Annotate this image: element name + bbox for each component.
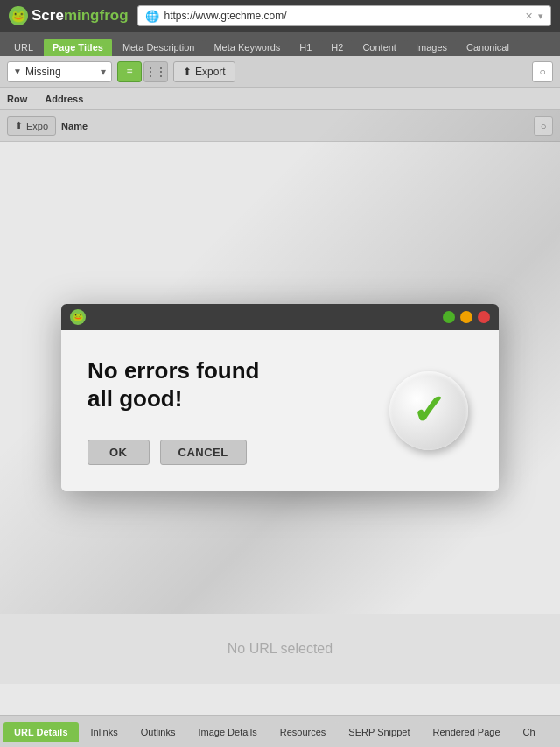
dialog-maximize-button[interactable] <box>460 311 472 323</box>
tab-images[interactable]: Images <box>407 39 456 56</box>
checkmark-circle: ✓ <box>389 371 468 450</box>
ok-button[interactable]: OK <box>88 440 150 465</box>
view-list-button[interactable]: ≡ <box>117 61 142 82</box>
bottom-tabs-bar: URL Details Inlinks Outlinks Image Detai… <box>0 715 560 747</box>
logo-text: Scremingfrog <box>32 7 129 25</box>
nav-tabs-bar: URL Page Titles Meta Description Meta Ke… <box>0 32 560 56</box>
col-row: Row <box>7 94 45 104</box>
dropdown-icon: ▾ <box>101 66 106 78</box>
dialog-buttons: OK CANCEL <box>88 440 368 465</box>
tab-url[interactable]: URL <box>5 39 42 56</box>
dialog-message: No errors found all good! <box>88 356 368 413</box>
dialog-overlay: 🐸 No errors found all good! OK CANCEL <box>0 110 560 684</box>
bottom-tab-image-details[interactable]: Image Details <box>187 722 267 742</box>
search-icon: ○ <box>539 66 545 78</box>
table-header: Row Address <box>0 88 560 110</box>
tab-meta-description[interactable]: Meta Description <box>114 39 204 56</box>
dialog-window-controls <box>443 311 490 323</box>
tab-h2[interactable]: H2 <box>322 39 352 56</box>
chevron-icon[interactable]: ▾ <box>538 11 543 22</box>
filter-bar: ▼ Missing ▾ ≡ ⋮⋮ ⬆ Export ○ <box>0 56 560 88</box>
filter-label: Missing <box>25 66 61 78</box>
address-bar[interactable]: 🌐 https://www.gtechme.com/ ✕ ▾ <box>137 5 551 26</box>
export-button[interactable]: ⬆ Export <box>173 61 235 82</box>
dialog-titlebar: 🐸 <box>61 304 499 330</box>
bottom-tab-rendered-page[interactable]: Rendered Page <box>422 722 510 742</box>
search-button[interactable]: ○ <box>532 61 553 82</box>
globe-icon: 🌐 <box>145 10 159 23</box>
dialog-body: No errors found all good! OK CANCEL ✓ <box>61 330 499 491</box>
tab-content[interactable]: Content <box>354 39 405 56</box>
bottom-tab-ch[interactable]: Ch <box>513 722 546 742</box>
frog-icon: 🐸 <box>9 6 28 25</box>
bottom-tab-serp-snippet[interactable]: SERP Snippet <box>338 722 420 742</box>
tab-canonical[interactable]: Canonical <box>458 39 518 56</box>
tab-page-titles[interactable]: Page Titles <box>44 39 112 56</box>
tab-h1[interactable]: H1 <box>290 39 320 56</box>
dialog-content-right: ✓ <box>385 367 472 455</box>
url-text: https://www.gtechme.com/ <box>164 10 287 22</box>
cancel-button[interactable]: CANCEL <box>160 440 247 465</box>
dialog-logo-icon: 🐸 <box>70 309 86 325</box>
bottom-tab-inlinks[interactable]: Inlinks <box>80 722 129 742</box>
bottom-tab-url-details[interactable]: URL Details <box>4 722 79 742</box>
title-bar: 🐸 Scremingfrog 🌐 https://www.gtechme.com… <box>0 0 560 32</box>
view-tree-button[interactable]: ⋮⋮ <box>144 61 168 82</box>
dialog-box: 🐸 No errors found all good! OK CANCEL <box>61 304 499 491</box>
export-label: Export <box>195 66 226 78</box>
checkmark-icon: ✓ <box>411 390 446 432</box>
view-buttons: ≡ ⋮⋮ <box>117 61 168 82</box>
app-logo: 🐸 Scremingfrog <box>9 6 129 25</box>
tree-icon: ⋮⋮ <box>145 66 166 78</box>
dialog-minimize-button[interactable] <box>443 311 455 323</box>
filter-icon: ▼ <box>13 67 22 76</box>
col-address: Address <box>45 94 101 104</box>
dialog-content-left: No errors found all good! OK CANCEL <box>88 356 368 465</box>
list-icon: ≡ <box>126 66 132 78</box>
main-area: ⬆ Expo Name ○ 🐸 No e <box>0 110 560 684</box>
close-tab-button[interactable]: ✕ <box>525 11 533 22</box>
export-icon: ⬆ <box>183 66 192 78</box>
tab-meta-keywords[interactable]: Meta Keywords <box>205 39 289 56</box>
dialog-close-button[interactable] <box>478 311 490 323</box>
bottom-tab-resources[interactable]: Resources <box>270 722 337 742</box>
filter-dropdown[interactable]: ▼ Missing ▾ <box>7 61 112 82</box>
bottom-tab-outlinks[interactable]: Outlinks <box>130 722 186 742</box>
